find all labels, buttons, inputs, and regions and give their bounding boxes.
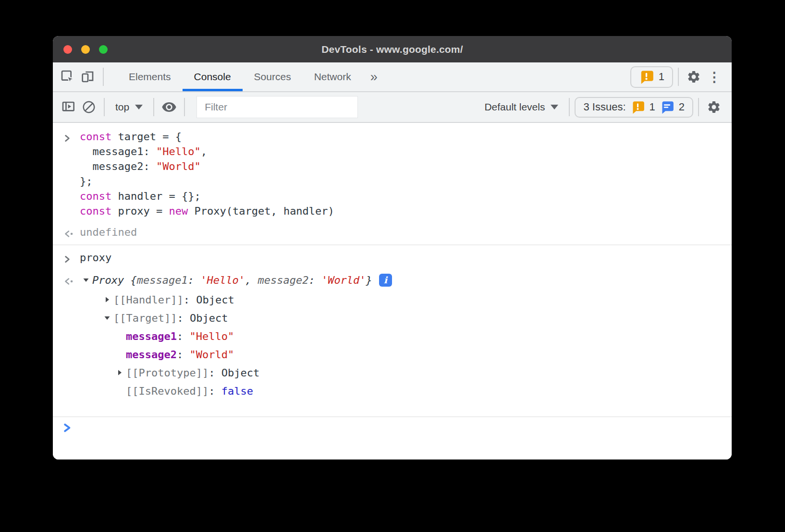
- devtools-tabbar: ElementsConsoleSourcesNetwork » 1 ⋮: [53, 62, 732, 92]
- tree-down-arrow-icon[interactable]: [101, 312, 113, 324]
- tree-row-text: [[Prototype]]: Object: [126, 365, 259, 380]
- tab-elements[interactable]: Elements: [117, 62, 183, 91]
- tab-console[interactable]: Console: [183, 62, 243, 91]
- toolbar-divider: [103, 68, 104, 86]
- issues-summary-button[interactable]: 3 Issues: 1 2: [575, 97, 693, 118]
- object-preview-row[interactable]: Proxy {message1: 'Hello', message2: 'Wor…: [80, 271, 732, 289]
- console-prompt[interactable]: [53, 416, 732, 433]
- tree-arrow-spacer: [113, 330, 126, 342]
- open-issues-button[interactable]: 1: [630, 66, 673, 88]
- object-tree-row: message1: "Hello": [80, 327, 732, 345]
- tab-sources[interactable]: Sources: [243, 62, 303, 91]
- code-token: :: [209, 385, 221, 397]
- javascript-context-selector[interactable]: top: [110, 101, 148, 113]
- code-token: Proxy: [92, 274, 124, 286]
- code-token: const: [80, 131, 111, 143]
- console-output[interactable]: const target = { message1: "Hello", mess…: [53, 123, 732, 459]
- issue-warning-icon: [639, 70, 654, 84]
- input-chevron-icon: [63, 255, 71, 264]
- settings-button[interactable]: [684, 67, 704, 87]
- console-code-line: const target = {: [80, 129, 732, 144]
- console-command-entry: const target = { message1: "Hello", mess…: [53, 127, 732, 221]
- object-tree-row: [[Prototype]]: Object: [80, 363, 732, 382]
- toolbar-divider: [678, 68, 679, 86]
- console-code-line: message2: "World": [80, 159, 732, 174]
- log-levels-selector[interactable]: Default levels: [478, 101, 564, 113]
- issue-warning-icon: [631, 101, 645, 114]
- console-result-entry: Proxy {message1: 'Hello', message2: 'Wor…: [53, 267, 732, 416]
- devtools-window: DevTools - www.google.com/ ElementsConso…: [53, 36, 732, 459]
- console-code-line: proxy: [80, 250, 732, 265]
- console-command-code: proxy: [80, 250, 732, 265]
- tree-row-text: [[Target]]: Object: [113, 311, 228, 326]
- issue-error-count: 1: [650, 101, 655, 113]
- window-title: DevTools - www.google.com/: [321, 44, 463, 55]
- code-token: false: [221, 385, 253, 397]
- tree-right-arrow-icon[interactable]: [101, 293, 113, 306]
- object-tree-row: [[Handler]]: Object: [80, 290, 732, 309]
- code-token: "Hello": [189, 330, 234, 342]
- toolbar-divider: [569, 98, 570, 116]
- toolbar-divider: [153, 98, 154, 116]
- issue-message-count: 2: [679, 101, 685, 113]
- code-token: message1: [126, 330, 177, 342]
- toolbar-divider: [184, 98, 185, 116]
- zoom-window-button[interactable]: [99, 45, 108, 54]
- code-token: Object: [196, 294, 234, 306]
- more-tabs-button[interactable]: »: [363, 70, 385, 85]
- inspect-cursor-icon: [60, 69, 75, 85]
- tree-down-arrow-icon[interactable]: [80, 274, 92, 286]
- block-icon: [82, 100, 96, 114]
- toolbar-divider: [104, 98, 105, 116]
- proxy-object-result: Proxy {message1: 'Hello', message2: 'Wor…: [80, 271, 732, 400]
- titlebar: DevTools - www.google.com/: [53, 36, 732, 62]
- more-options-button[interactable]: ⋮: [704, 69, 725, 85]
- chevron-double-right-icon: »: [370, 70, 378, 85]
- console-entry-gutter: [53, 129, 80, 218]
- toolbar-divider: [698, 98, 699, 116]
- console-entry-gutter: [53, 250, 80, 265]
- object-property-tree: [[Handler]]: Object[[Target]]: Objectmes…: [80, 290, 732, 400]
- code-token: message1: [137, 274, 188, 286]
- create-live-expression-button[interactable]: [159, 97, 179, 117]
- filter-input[interactable]: [196, 96, 358, 118]
- chevron-down-icon: [135, 105, 143, 109]
- inspect-element-button[interactable]: [58, 67, 78, 87]
- console-code-line: const proxy = new Proxy(target, handler): [80, 204, 732, 218]
- tree-right-arrow-icon[interactable]: [113, 366, 126, 379]
- code-token: :: [184, 294, 196, 306]
- code-token: [[Prototype]]: [126, 367, 209, 379]
- tree-row-text: [[IsRevoked]]: false: [126, 384, 253, 399]
- context-label: top: [115, 101, 129, 113]
- returned-value-arrow-icon: [63, 277, 74, 286]
- code-token: 'Hello': [200, 274, 245, 286]
- console-settings-button[interactable]: [704, 97, 724, 117]
- eye-icon: [161, 99, 177, 115]
- tab-network[interactable]: Network: [303, 62, 363, 91]
- code-token: :: [177, 349, 190, 361]
- minimize-window-button[interactable]: [81, 45, 90, 54]
- device-toolbar-icon: [80, 69, 96, 85]
- tree-arrow-spacer: [113, 348, 126, 361]
- log-levels-label: Default levels: [484, 101, 545, 113]
- input-chevron-icon: [63, 134, 71, 143]
- console-command-entry: proxy: [53, 244, 732, 267]
- clear-console-button[interactable]: [79, 97, 99, 117]
- console-code-line: message1: "Hello",: [80, 144, 732, 159]
- close-window-button[interactable]: [63, 45, 72, 54]
- console-code-line: const handler = {};: [80, 189, 732, 204]
- tree-arrow-spacer: [113, 385, 126, 397]
- code-token: Object: [190, 312, 228, 324]
- info-icon[interactable]: i: [379, 274, 392, 287]
- gear-icon: [707, 100, 721, 114]
- code-token: :: [188, 274, 201, 286]
- console-entry-gutter: [53, 225, 80, 240]
- toggle-device-toolbar-button[interactable]: [78, 67, 98, 87]
- code-token: :: [209, 367, 221, 379]
- code-token: {: [124, 274, 137, 286]
- code-token: :: [177, 312, 190, 324]
- code-token: target = {: [111, 131, 182, 143]
- code-token: }: [366, 274, 372, 286]
- code-token: ,: [201, 145, 207, 157]
- show-console-sidebar-button[interactable]: [59, 97, 79, 117]
